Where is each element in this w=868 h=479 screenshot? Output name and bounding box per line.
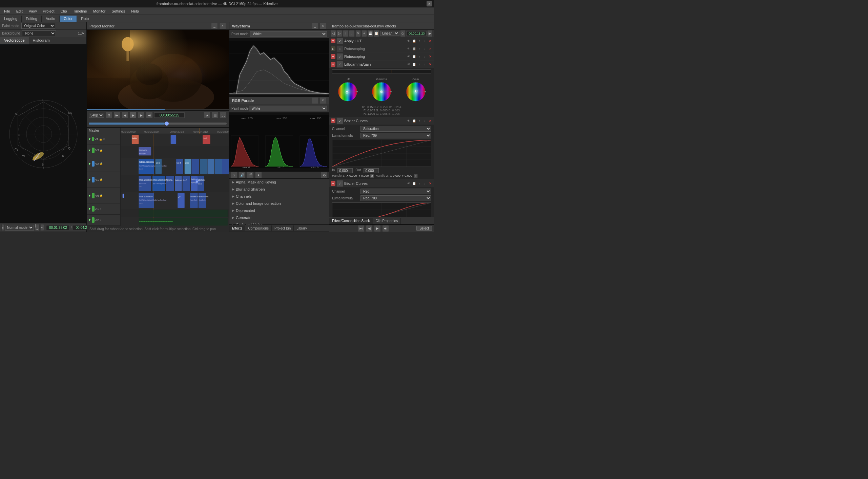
eff-b2-vis[interactable]: 👁	[406, 181, 411, 186]
track-a1-expand[interactable]: ▼	[88, 207, 91, 211]
b1-reset-h2[interactable]: ↺	[414, 174, 418, 178]
tab-logging[interactable]: Logging	[0, 16, 22, 22]
b1-in-val[interactable]: 0,000	[337, 168, 353, 173]
eff-b2-down[interactable]: ↓	[422, 181, 427, 186]
effect-roto2-header[interactable]: ▼ ✓ Rotoscoping 👁 📋 ↑ ↓ ✕	[329, 53, 434, 60]
cat-color-header[interactable]: ▶ Color and Image correction	[229, 200, 329, 207]
effects-settings[interactable]: ⚙	[321, 172, 328, 178]
eff-lgg-down[interactable]: ↓	[422, 62, 427, 67]
monitor-next-frame[interactable]: ▶	[138, 112, 145, 118]
effect-bezier2-enable[interactable]: ✓	[336, 180, 343, 187]
menu-project[interactable]: Project	[40, 8, 57, 14]
track-v4-eye[interactable]: 👁	[103, 138, 105, 141]
track-v2-expand[interactable]: ▼	[88, 162, 91, 166]
bezier2-graph[interactable]	[332, 202, 431, 217]
select-button[interactable]: ↖	[41, 224, 44, 231]
effect-apply-lut-header[interactable]: ▼ ✓ Apply LUT 👁 📋 ↑ ↓ ✕	[329, 37, 434, 45]
es-back[interactable]: ◁	[331, 30, 336, 37]
effect-bezier1-enable[interactable]: ✓	[336, 117, 343, 124]
menu-clip[interactable]: Clip	[58, 8, 70, 14]
es-save[interactable]: 💾	[368, 30, 373, 37]
gamma-wheel[interactable]	[371, 82, 392, 102]
monitor-bookmark[interactable]: ★	[204, 112, 210, 118]
effects-video[interactable]: 🎬	[247, 172, 254, 178]
cat-deprecated-header[interactable]: ▶ Deprecated	[229, 207, 329, 214]
eff-lut-vis[interactable]: 👁	[406, 39, 411, 43]
track-v3-lock[interactable]: 🔒	[100, 149, 103, 152]
eff-roto1-up[interactable]: ↑	[417, 46, 422, 51]
eff-lut-copy[interactable]: 📋	[412, 39, 416, 43]
track-a1-mute[interactable]: ♪	[100, 208, 101, 211]
paint-mode-select[interactable]: Original Color	[21, 23, 55, 29]
cat-channels-header[interactable]: ▶ Channels	[229, 193, 329, 200]
tab-compositions[interactable]: Compositions	[245, 225, 272, 231]
b1-out-val[interactable]: 0,000	[364, 168, 379, 173]
monitor-close[interactable]: ×	[219, 23, 226, 29]
track-v1-lock[interactable]: 🔒	[100, 178, 103, 181]
eff-lut-up[interactable]: ↑	[417, 39, 422, 43]
gain-wheel[interactable]	[406, 82, 426, 102]
eff-lgg-copy[interactable]: 📋	[412, 62, 416, 67]
monitor-minimize[interactable]: _	[211, 23, 218, 29]
eff-b1-up[interactable]: ↑	[417, 118, 422, 123]
monitor-prev-frame[interactable]: ◀	[122, 112, 128, 118]
eff-b2-up[interactable]: ↑	[417, 181, 422, 186]
interp-select[interactable]: Linear	[380, 31, 399, 36]
b2-luma-select[interactable]: Rec. 709	[360, 195, 431, 201]
tab-roto[interactable]: Roto	[77, 16, 93, 22]
cat-grain-header[interactable]: ▶ Grain and Noise	[229, 221, 329, 224]
tab-vectorscope[interactable]: Vectorscope	[0, 37, 29, 44]
cat-alpha-header[interactable]: ▶ Alpha, Mask and Keying	[229, 179, 329, 186]
track-v4-lock[interactable]: 🔒	[99, 138, 102, 141]
effect-roto2-enable[interactable]: ✓	[336, 53, 343, 60]
es-fwd[interactable]: ▷	[337, 30, 342, 37]
track-v2-lock[interactable]: 🔒	[100, 162, 103, 165]
waveform-pm-select[interactable]: White	[250, 31, 327, 37]
effects-speaker[interactable]: 🔊	[239, 172, 246, 178]
track-v4-expand[interactable]: ▼	[88, 137, 91, 141]
tab-effect-composition-stack[interactable]: Effect/Composition Stack	[329, 218, 373, 224]
eff-b1-copy[interactable]: 📋	[412, 118, 416, 123]
cat-blur-header[interactable]: ▶ Blur and Sharpen	[229, 186, 329, 193]
b2-channel-select[interactable]: Red	[360, 189, 431, 194]
track-v6-expand[interactable]: ▼	[88, 194, 91, 197]
snap-button[interactable]: |↔|	[35, 224, 40, 231]
rgb-minimize[interactable]: _	[312, 97, 318, 104]
eff-b1-vis[interactable]: 👁	[406, 118, 411, 123]
esb-nav-next[interactable]: ⏭	[382, 225, 389, 232]
esb-nav-back[interactable]: ◀	[366, 225, 373, 232]
tab-project-bin[interactable]: Project Bin	[272, 225, 294, 231]
es-down[interactable]: ↓	[349, 30, 354, 37]
rgb-close[interactable]: ×	[319, 97, 326, 104]
monitor-scrubber[interactable]	[89, 123, 227, 125]
tab-histogram[interactable]: Histogram	[29, 37, 54, 44]
monitor-playhead-thumb[interactable]	[165, 122, 169, 126]
es-copy[interactable]: 📋	[374, 30, 379, 37]
waveform-close[interactable]: ×	[319, 23, 326, 29]
monitor-rewind[interactable]: ⏮	[113, 112, 120, 118]
tab-audio[interactable]: Audio	[42, 16, 60, 22]
track-a2-expand[interactable]: ▼	[88, 218, 91, 222]
rgb-pm-select[interactable]: White	[249, 106, 327, 111]
eff-roto1-vis[interactable]: 👁	[406, 46, 411, 51]
lift-wheel[interactable]	[337, 82, 358, 102]
b1-luma-select[interactable]: Rec. 709	[360, 133, 431, 138]
esb-nav-fwd[interactable]: ▶	[374, 225, 381, 232]
es-keyframe[interactable]: ◇	[400, 30, 406, 37]
effects-star[interactable]: ✦	[255, 172, 262, 178]
monitor-settings[interactable]: ⚙	[105, 112, 112, 118]
es-up[interactable]: ↑	[343, 30, 348, 37]
track-v6-lock[interactable]: 🔒	[100, 194, 103, 197]
eff-lut-down[interactable]: ↓	[422, 39, 427, 43]
es-remove[interactable]: ✕	[355, 30, 361, 37]
monitor-forward[interactable]: ⏭	[146, 112, 153, 118]
monitor-play[interactable]: ▶	[130, 112, 137, 118]
effects-info[interactable]: ℹ	[231, 172, 237, 178]
eff-lgg-up[interactable]: ↑	[417, 62, 422, 67]
effect-roto1-enable[interactable]: ○	[336, 45, 343, 52]
eff-b1-down[interactable]: ↓	[422, 118, 427, 123]
tab-editing[interactable]: Editing	[22, 16, 42, 22]
mode-button[interactable]: ≡	[1, 224, 4, 231]
tab-library[interactable]: Library	[294, 225, 310, 231]
tab-effects[interactable]: Effects	[229, 225, 245, 231]
